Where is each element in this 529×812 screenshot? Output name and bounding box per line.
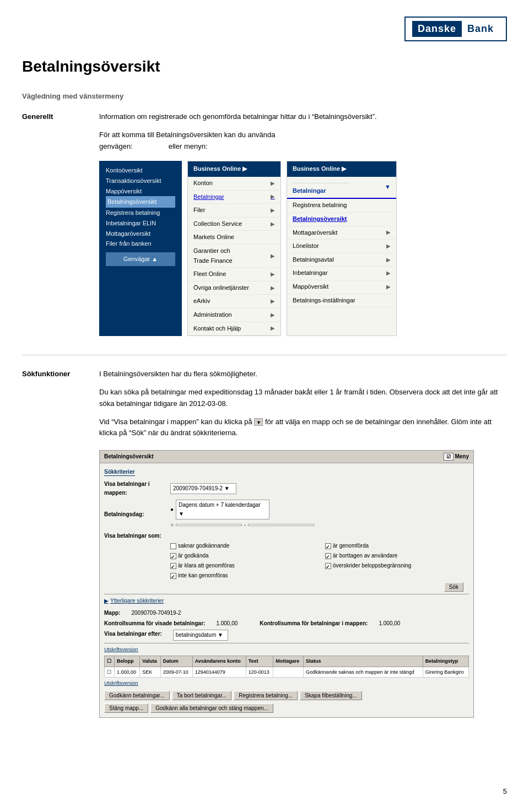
sort-row: Utskriftsversion	[104, 646, 469, 653]
nav-right-registrera[interactable]: Registrera betalning	[287, 199, 396, 213]
generellt-text2a: För att komma till Betalningsöversikten …	[99, 131, 275, 139]
cb-godkanda-box: ✓	[170, 553, 176, 559]
th-status[interactable]: Status	[304, 656, 423, 667]
stang-mapp-btn[interactable]: Stäng mapp...	[104, 703, 148, 713]
nav-menu-right-header: Business Online ▶	[287, 161, 396, 177]
checkbox-grid: saknar godkännande ✓ är genomförda ✓ är …	[170, 542, 469, 580]
th-valuta[interactable]: Valuta	[140, 656, 160, 667]
cb-saknar-godkannande[interactable]: saknar godkännande	[170, 542, 314, 550]
app-title: Betalningsöversikt	[104, 452, 153, 461]
th-select: ☐	[105, 656, 115, 667]
info-row-visa: Visa betalningar efter: betalningsdatum …	[104, 630, 469, 641]
nav-right-inbetalningar[interactable]: Inbetalningar▶	[287, 267, 396, 280]
date-label: Betalningsdag:	[104, 510, 170, 519]
utskriftsversion-link[interactable]: Utskriftsversion	[104, 646, 138, 653]
tabort-btn[interactable]: Ta bort betalningar...	[172, 691, 232, 700]
shortcut-item-registrera[interactable]: Registrera betalning	[106, 208, 175, 218]
folder-label: Visa betalningar i mappen:	[104, 480, 170, 497]
cb-ar-klara[interactable]: ✓ är klara att genomföras	[170, 561, 314, 570]
nav-item-administration[interactable]: Administration▶	[188, 308, 280, 322]
cb-overskrider[interactable]: ✓ överskrider beloppsbegränsning	[325, 561, 469, 570]
registrera-btn[interactable]: Registrera betalning...	[234, 691, 298, 700]
td-belopp: 1.000,00	[114, 667, 139, 677]
nav-menu-middle-header: Business Online ▶	[188, 161, 280, 177]
th-typ[interactable]: Betalningstyp	[423, 656, 468, 667]
td-select[interactable]: ☐	[105, 667, 115, 677]
logo: Danske Bank	[404, 17, 507, 41]
sok-text1: I Betalningsöversikten har du flera sökm…	[99, 369, 507, 380]
th-konto[interactable]: Avsändarens konto	[192, 656, 246, 667]
th-text[interactable]: Text	[246, 656, 273, 667]
visa-dropdown[interactable]: betalningsdatum ▼	[173, 630, 228, 641]
app-titlebar: Betalningsöversikt ☑ Meny	[100, 451, 473, 463]
date-option1-field[interactable]: Dagens datum + 7 kalenderdagar ▼	[176, 500, 269, 519]
page-title: Betalningsöversikt	[22, 58, 507, 75]
nav-right-betalningsavtal[interactable]: Betalningsavtal▶	[287, 253, 396, 267]
nav-item-earkiv[interactable]: eArkiv▶	[188, 295, 280, 308]
more-criteria-link[interactable]: ▶ Ytterligare sökkriterier	[104, 597, 469, 605]
shortcut-item-inbetalningar[interactable]: Inbetalningar ELIN	[106, 218, 175, 229]
bottom-buttons-row2: Stäng mapp... Godkänn alla betalningar o…	[104, 703, 469, 713]
td-status: Godkännande saknas och mappen är inte st…	[304, 667, 423, 677]
cb-borttagen-box: ✓	[325, 553, 331, 559]
search-button[interactable]: Sök	[444, 582, 463, 592]
nav-item-filer[interactable]: Filer▶	[188, 204, 280, 218]
nav-right-betalningsöversikt[interactable]: Betalningsöversikt	[287, 213, 396, 226]
nav-item-markets-online[interactable]: Markets Online	[188, 231, 280, 245]
cb-ar-borttagen[interactable]: ✓ är borttagen av användare	[325, 551, 469, 560]
search-btn-row: Sök	[104, 582, 463, 592]
shortcut-item-transaktionsöversikt[interactable]: Transaktionsöversikt	[106, 176, 175, 186]
generellt-section: Generellt Information om registrerade oc…	[22, 111, 507, 342]
godkann-btn[interactable]: Godkänn betalningar...	[104, 691, 170, 700]
meny-checkbox: ☑	[444, 453, 454, 461]
logo-bank: Bank	[462, 21, 499, 37]
sokfunktioner-section: Sökfunktioner I Betalningsöversikten har…	[22, 369, 507, 718]
date-to-field[interactable]	[248, 524, 314, 526]
shortcut-item-mappöversikt[interactable]: Mappöversikt	[106, 186, 175, 197]
sok-text2: Du kan söka på betalningar med expeditio…	[99, 387, 507, 410]
show-label: Visa betalningar som:	[104, 532, 170, 540]
folder-value[interactable]: 20090709-704919-2 ▼	[170, 483, 236, 494]
date-option2-row: ○ -	[170, 521, 314, 529]
cb-ar-godkanda[interactable]: ✓ är godkända	[170, 551, 314, 560]
nav-right-betalningsinställningar[interactable]: Betalnings-inställningar	[287, 294, 396, 308]
sokkriterier-label: Sökkriterier	[104, 469, 135, 476]
nav-item-konton[interactable]: Konton▶	[188, 177, 280, 191]
shortcut-item-betalningsöversikt[interactable]: Betalningsöversikt	[106, 196, 175, 208]
shortcut-item-mottagaröversikt[interactable]: Mottagaröversikt	[106, 229, 175, 239]
app-section-header: Sökkriterier	[104, 468, 469, 477]
table-row: ☐ 1.000,00 SEK 2009-07-10 12940144079 12…	[105, 667, 469, 677]
shortcut-item-filer[interactable]: Filer från banken	[106, 239, 175, 249]
shortcut-item-kontoöversikt[interactable]: Kontoöversikt	[106, 165, 175, 176]
sokfunktioner-label: Sökfunktioner	[22, 369, 99, 718]
nav-item-garantier[interactable]: Garantier ochTrade Finance▶	[188, 245, 280, 268]
info-row-kontroll: Kontrollsumma för visade betalningar: 1.…	[104, 619, 469, 628]
cb-inte-box: ✓	[170, 573, 176, 579]
shortcuts-bottom-button[interactable]: Genvägar ▲	[106, 252, 175, 266]
nav-right-mappöversikt[interactable]: Mappöversikt▶	[287, 280, 396, 294]
app-body: Sökkriterier Visa betalningar i mappen: …	[100, 463, 473, 717]
nav-item-betalningar[interactable]: Betalningar▶	[188, 191, 280, 204]
utskriftsversion-link-2[interactable]: Utskriftsversion	[104, 679, 469, 687]
td-typ: Girering Bankgiro	[423, 667, 468, 677]
eller-menyn-label: eller menyn:	[169, 142, 208, 150]
th-mottagare[interactable]: Mottagare	[273, 656, 304, 667]
nav-right-mottagaröversikt[interactable]: Mottagaröversikt▶	[287, 226, 396, 240]
nav-item-collection-service[interactable]: Collection Service▶	[188, 218, 280, 231]
nav-right-lönelistor[interactable]: Lönelistor▶	[287, 240, 396, 253]
date-from-field[interactable]	[176, 524, 242, 526]
td-konto: 12940144079	[192, 667, 246, 677]
folder-row: Visa betalningar i mappen: 20090709-7049…	[104, 480, 469, 497]
th-datum[interactable]: Datum	[160, 656, 192, 667]
nav-item-ovriga[interactable]: Övriga onlinetjänster▶	[188, 282, 280, 295]
cb-inte-kan[interactable]: ✓ inte kan genomföras	[170, 571, 314, 580]
cb-ar-genomforda[interactable]: ✓ är genomförda	[325, 542, 469, 550]
page-number: 5	[503, 787, 507, 795]
nav-item-kontakt[interactable]: Kontakt och Hjälp▶	[188, 322, 280, 336]
skapa-btn[interactable]: Skapa filbeställning...	[300, 691, 362, 700]
td-text: 120-0013	[246, 667, 273, 677]
shortcuts-box: Kontoöversikt Transaktionsöversikt Mappö…	[99, 161, 182, 336]
nav-item-fleet[interactable]: Fleet Online▶	[188, 268, 280, 282]
godkann-alla-btn[interactable]: Godkänn alla betalningar och stäng mappe…	[150, 703, 273, 713]
th-belopp[interactable]: Belopp	[114, 656, 139, 667]
